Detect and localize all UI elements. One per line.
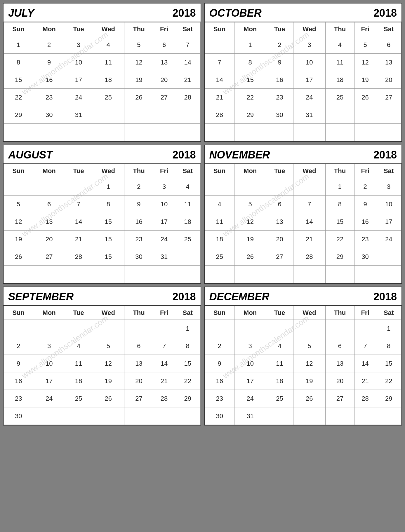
calendar-day: 30 — [33, 106, 65, 124]
calendar-day — [205, 178, 234, 196]
calendar-day — [293, 266, 325, 283]
calendar-day: 12 — [92, 355, 124, 372]
calendar-day: 20 — [153, 71, 175, 89]
november-day-header: Mon — [234, 164, 266, 178]
calendar-day: 13 — [266, 213, 293, 231]
september-day-header: Thu — [124, 306, 153, 320]
calendar-day: 20 — [325, 372, 354, 390]
calendar-day — [33, 266, 65, 283]
calendar-day: 25 — [266, 390, 293, 407]
calendar-day — [376, 124, 401, 141]
calendar-day: 14 — [153, 355, 175, 372]
table-row: 28293031 — [205, 106, 401, 124]
calendar-day: 15 — [4, 71, 33, 89]
calendar-day — [153, 106, 175, 124]
calendar-day: 5 — [92, 337, 124, 355]
calendar-day: 19 — [92, 372, 124, 390]
august-table: SunMonTueWedThuFriSat1234567891011121314… — [4, 164, 201, 283]
calendar-day — [266, 266, 293, 283]
calendar-day: 9 — [124, 196, 153, 213]
calendar-day: 16 — [4, 372, 33, 390]
table-row — [205, 266, 401, 283]
calendar-day: 20 — [376, 71, 401, 89]
december-month: DECEMBER — [209, 291, 270, 303]
december-day-header: Fri — [354, 306, 376, 320]
december-header: DECEMBER2018 — [205, 287, 402, 306]
calendar-day — [325, 407, 354, 425]
november-header: NOVEMBER2018 — [205, 145, 402, 164]
calendar-day: 24 — [33, 390, 65, 407]
calendar-day: 27 — [325, 390, 354, 407]
calendar-day: 6 — [376, 36, 401, 54]
september-month: SEPTEMBER — [8, 291, 74, 303]
calendar-day: 10 — [376, 196, 401, 213]
september-day-header: Wed — [92, 306, 124, 320]
october-day-header: Sun — [205, 22, 234, 36]
calendar-day: 9 — [4, 355, 33, 372]
october-day-header: Wed — [293, 22, 325, 36]
calendar-day: 19 — [354, 71, 376, 89]
calendar-day — [376, 248, 401, 266]
calendar-day: 8 — [175, 337, 200, 355]
calendar-day: 29 — [376, 390, 401, 407]
calendar-day: 28 — [65, 248, 92, 266]
calendar-day: 27 — [124, 390, 153, 407]
table-row — [4, 266, 201, 283]
calendar-day: 28 — [354, 390, 376, 407]
calendar-day: 27 — [153, 89, 175, 106]
calendar-day: 18 — [325, 71, 354, 89]
calendar-day — [92, 106, 124, 124]
calendar-september: SEPTEMBER2018SunMonTueWedThuFriSat123456… — [3, 287, 201, 425]
calendar-day: 7 — [205, 54, 234, 71]
calendar-day: 6 — [33, 196, 65, 213]
calendar-day — [354, 320, 376, 337]
calendar-day — [376, 407, 401, 425]
july-day-header: Wed — [92, 22, 124, 36]
calendar-day — [205, 320, 234, 337]
november-year: 2018 — [373, 149, 397, 161]
table-row: 14151617181920 — [205, 71, 401, 89]
calendar-day: 21 — [205, 89, 234, 106]
calendar-day — [354, 266, 376, 283]
table-row: 1 — [4, 320, 201, 337]
calendar-day — [325, 320, 354, 337]
calendar-day: 21 — [65, 231, 92, 248]
calendar-day: 1 — [4, 36, 33, 54]
calendar-day: 3 — [33, 337, 65, 355]
calendar-day: 18 — [266, 372, 293, 390]
october-header: OCTOBER2018 — [205, 4, 402, 22]
calendar-day: 8 — [4, 54, 33, 71]
calendar-day: 12 — [234, 213, 266, 231]
october-day-header: Tue — [266, 22, 293, 36]
september-day-header: Sun — [4, 306, 33, 320]
calendar-day: 15 — [234, 71, 266, 89]
calendar-day: 28 — [205, 106, 234, 124]
calendar-day: 4 — [266, 337, 293, 355]
calendar-day: 1 — [234, 36, 266, 54]
october-year: 2018 — [373, 7, 397, 19]
december-year: 2018 — [373, 291, 397, 303]
august-day-header: Sun — [4, 164, 33, 178]
calendar-day: 21 — [175, 71, 200, 89]
calendar-day — [4, 124, 33, 141]
table-row: 9101112131415 — [205, 355, 401, 372]
july-day-header: Sun — [4, 22, 33, 36]
calendar-day: 14 — [293, 213, 325, 231]
december-day-header: Wed — [293, 306, 325, 320]
september-header: SEPTEMBER2018 — [4, 287, 201, 306]
calendar-day: 17 — [234, 372, 266, 390]
calendar-day — [92, 407, 124, 425]
calendar-day: 8 — [234, 54, 266, 71]
calendar-day — [354, 106, 376, 124]
calendar-day: 25 — [205, 248, 234, 266]
calendar-day: 26 — [293, 390, 325, 407]
calendar-day: 14 — [205, 71, 234, 89]
calendar-day: 6 — [266, 196, 293, 213]
calendar-day: 4 — [175, 178, 200, 196]
calendar-december: DECEMBER2018SunMonTueWedThuFriSat1234567… — [204, 287, 402, 425]
calendar-day — [234, 320, 266, 337]
table-row: 15161718192021 — [4, 71, 201, 89]
calendar-day: 11 — [65, 355, 92, 372]
calendar-day: 31 — [65, 106, 92, 124]
calendar-day — [325, 124, 354, 141]
